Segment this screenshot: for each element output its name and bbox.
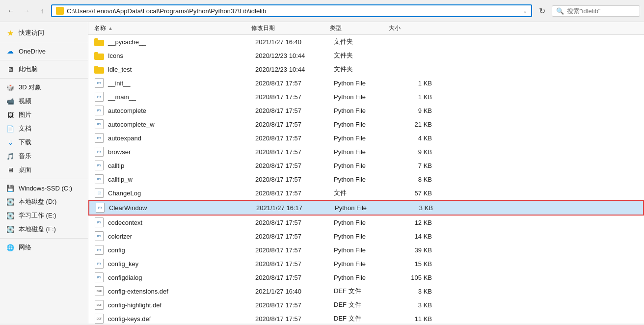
file-row-init[interactable]: __init__ 2020/8/17 17:57 Python File 1 K… — [88, 76, 644, 90]
search-input[interactable] — [567, 7, 631, 15]
file-type: Python File — [334, 121, 393, 128]
address-input[interactable] — [67, 7, 520, 15]
sort-arrow-name: ▲ — [108, 26, 113, 31]
refresh-button[interactable]: ↻ — [534, 3, 550, 19]
file-date: 2020/8/17 17:57 — [255, 274, 334, 281]
file-date: 2020/8/17 17:57 — [255, 121, 334, 128]
sidebar-label-drive-c: Windows-SSD (C:) — [19, 185, 72, 192]
sidebar-divider-4 — [0, 179, 88, 179]
file-date: 2020/8/17 17:57 — [255, 93, 334, 101]
file-row-config[interactable]: config 2020/8/17 17:57 Python File 39 KB — [88, 243, 644, 257]
folder-icon — [94, 37, 104, 47]
file-row-calltip[interactable]: calltip 2020/8/17 17:57 Python File 7 KB — [88, 159, 644, 172]
up-button[interactable]: ↑ — [35, 4, 49, 18]
file-type: DEF 文件 — [334, 300, 393, 309]
file-name: browser — [108, 148, 255, 156]
sidebar-item-network[interactable]: 🌐 网络 — [0, 241, 88, 254]
file-row-changelog[interactable]: 📄 ChangeLog 2020/8/17 17:57 文件 57 KB — [88, 186, 644, 200]
sidebar-item-video[interactable]: 📹 视频 — [0, 94, 88, 108]
sidebar-item-music[interactable]: 🎵 音乐 — [0, 149, 88, 163]
file-name: autocomplete — [108, 107, 255, 114]
svg-rect-3 — [94, 38, 98, 41]
sidebar-item-documents[interactable]: 📄 文档 — [0, 122, 88, 135]
address-chevron-icon: ⌄ — [523, 8, 527, 14]
sidebar-item-drive-f[interactable]: 💽 本地磁盘 (F:) — [0, 222, 88, 236]
file-row-config-key[interactable]: config_key 2020/8/17 17:57 Python File 1… — [88, 257, 644, 271]
file-size: 57 KB — [393, 190, 432, 197]
file-size: 3 KB — [394, 204, 433, 212]
file-type: Python File — [334, 107, 393, 114]
sidebar-label-onedrive: OneDrive — [19, 48, 46, 55]
file-type: 文件 — [334, 189, 393, 197]
file-row-codecontext[interactable]: codecontext 2020/8/17 17:57 Python File … — [88, 216, 644, 229]
file-type: Python File — [334, 274, 393, 281]
python-file-icon — [94, 272, 104, 282]
python-file-icon — [94, 217, 104, 227]
file-type: Python File — [334, 162, 393, 169]
file-date: 2020/8/17 17:57 — [255, 135, 334, 142]
file-row-autocomplete-w[interactable]: autocomplete_w 2020/8/17 17:57 Python Fi… — [88, 117, 644, 131]
file-row-autoexpand[interactable]: autoexpand 2020/8/17 17:57 Python File 4… — [88, 131, 644, 145]
file-date: 2020/8/17 17:57 — [255, 176, 334, 183]
sidebar-item-drive-e[interactable]: 💽 学习工作 (E:) — [0, 209, 88, 222]
file-row-config-extensions[interactable]: DEF config-extensions.def 2021/1/27 16:4… — [88, 284, 644, 298]
file-size: 21 KB — [393, 121, 432, 128]
col-header-size[interactable]: 大小 — [389, 24, 428, 32]
python-file-icon — [94, 245, 104, 255]
sidebar-label-drive-e: 学习工作 (E:) — [19, 211, 56, 220]
file-date: 2020/8/17 17:57 — [255, 148, 334, 156]
sidebar-item-pictures[interactable]: 🖼 图片 — [0, 108, 88, 122]
file-row-calltip-w[interactable]: calltip_w 2020/8/17 17:57 Python File 8 … — [88, 172, 644, 186]
sidebar-item-3d[interactable]: 🎲 3D 对象 — [0, 81, 88, 94]
sidebar-item-quick-access[interactable]: ★ 快速访问 — [0, 26, 88, 40]
file-row-clearwindow[interactable]: ClearWindow 2021/1/27 16:17 Python File … — [88, 200, 644, 216]
file-row-pycache[interactable]: __pycache__ 2021/1/27 16:40 文件夹 — [88, 35, 644, 49]
file-type: Python File — [334, 246, 393, 254]
file-type: Python File — [334, 135, 393, 142]
content-area: 名称 ▲ 修改日期 类型 大小 __pycache__ 2021/1/27 16… — [88, 22, 644, 324]
file-row-icons[interactable]: Icons 2020/12/23 10:44 文件夹 — [88, 49, 644, 62]
file-type: 文件夹 — [334, 37, 393, 46]
file-date: 2020/8/17 17:57 — [255, 80, 334, 87]
file-name: config_key — [108, 260, 255, 268]
file-date: 2021/1/27 16:40 — [255, 288, 334, 295]
file-name: __init__ — [108, 80, 255, 87]
col-type-label: 类型 — [330, 24, 342, 32]
file-row-autocomplete[interactable]: autocomplete 2020/8/17 17:57 Python File… — [88, 104, 644, 117]
file-row-browser[interactable]: browser 2020/8/17 17:57 Python File 9 KB — [88, 145, 644, 159]
sidebar-item-onedrive[interactable]: ☁ OneDrive — [0, 44, 88, 58]
file-row-configdialog[interactable]: configdialog 2020/8/17 17:57 Python File… — [88, 271, 644, 284]
file-type: Python File — [334, 233, 393, 240]
forward-button[interactable]: → — [20, 4, 33, 18]
file-date: 2020/8/17 17:57 — [255, 315, 334, 323]
file-name: __pycache__ — [108, 38, 255, 46]
file-row-colorizer[interactable]: colorizer 2020/8/17 17:57 Python File 14… — [88, 229, 644, 243]
col-header-date[interactable]: 修改日期 — [251, 24, 330, 32]
sidebar-divider-2 — [0, 60, 88, 60]
python-file-icon — [94, 161, 104, 170]
file-type: Python File — [334, 176, 393, 183]
sidebar: ★ 快速访问 ☁ OneDrive 🖥 此电脑 🎲 3D 对象 📹 视频 🖼 图… — [0, 22, 88, 324]
sidebar-item-drive-c[interactable]: 💾 Windows-SSD (C:) — [0, 181, 88, 195]
file-date: 2020/8/17 17:57 — [255, 233, 334, 240]
file-size: 8 KB — [393, 176, 432, 183]
sidebar-label-video: 视频 — [19, 97, 31, 106]
sidebar-divider-1 — [0, 42, 88, 42]
file-row-config-highlight[interactable]: DEF config-highlight.def 2020/8/17 17:57… — [88, 298, 644, 312]
file-size: 11 KB — [393, 315, 432, 323]
cube-icon: 🎲 — [6, 83, 15, 92]
file-row-config-keys[interactable]: DEF config-keys.def 2020/8/17 17:57 DEF … — [88, 312, 644, 324]
file-row-main[interactable]: __main__ 2020/8/17 17:57 Python File 1 K… — [88, 90, 644, 104]
sidebar-item-downloads[interactable]: ⇓ 下载 — [0, 135, 88, 149]
file-date: 2020/8/17 17:57 — [255, 219, 334, 226]
file-name: calltip — [108, 162, 255, 169]
col-header-type[interactable]: 类型 — [330, 24, 389, 32]
sidebar-item-drive-d[interactable]: 💽 本地磁盘 (D:) — [0, 195, 88, 209]
sidebar-item-desktop[interactable]: 🖥 桌面 — [0, 163, 88, 177]
col-header-name[interactable]: 名称 ▲ — [94, 24, 251, 32]
file-row-idle-test[interactable]: idle_test 2020/12/23 10:44 文件夹 — [88, 62, 644, 76]
col-date-label: 修改日期 — [251, 24, 275, 32]
sidebar-item-this-pc[interactable]: 🖥 此电脑 — [0, 62, 88, 76]
file-date: 2021/1/27 16:40 — [255, 38, 334, 46]
back-button[interactable]: ← — [4, 4, 18, 18]
